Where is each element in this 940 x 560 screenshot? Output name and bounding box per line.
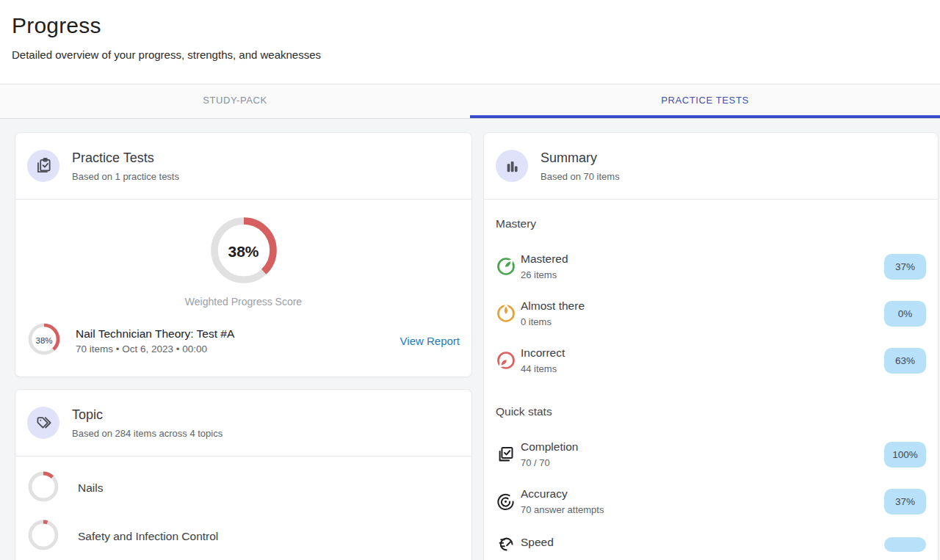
stat-text: Accuracy 70 answer attempts bbox=[521, 487, 884, 515]
topic-card-header: Topic Based on 284 items across 4 topics bbox=[15, 390, 471, 456]
tabbar: STUDY-PACK PRACTICE TESTS bbox=[0, 84, 940, 119]
stat-badge: 63% bbox=[884, 348, 926, 374]
stat-text: Speed bbox=[521, 536, 884, 553]
page-subtitle: Detailed overview of your progress, stre… bbox=[12, 48, 928, 61]
stat-sub: 70 answer attempts bbox=[521, 504, 884, 515]
summary-card-titles: Summary Based on 70 items bbox=[540, 150, 620, 182]
topic-name: Nails bbox=[78, 481, 103, 495]
topic-card-titles: Topic Based on 284 items across 4 topics bbox=[72, 407, 223, 439]
stat-badge: 37% bbox=[884, 254, 926, 280]
topic-name: Safety and Infection Control bbox=[78, 530, 218, 543]
test-donut-value: 38% bbox=[27, 322, 61, 359]
page-header: Progress Detailed overview of your progr… bbox=[0, 0, 940, 84]
weighted-progress-block: 38% Weighted Progress Score bbox=[15, 200, 471, 310]
bar-chart-icon bbox=[496, 150, 528, 182]
topic-list: Nails Safety and Infection Control bbox=[15, 457, 471, 560]
content-area: Practice Tests Based on 1 practice tests… bbox=[0, 119, 940, 560]
practice-tests-card: Practice Tests Based on 1 practice tests… bbox=[15, 132, 472, 377]
tags-icon bbox=[27, 407, 59, 439]
test-info: Nail Technician Theory: Test #A 70 items… bbox=[76, 327, 386, 354]
card-subtitle: Based on 70 items bbox=[540, 171, 620, 182]
summary-card-header: Summary Based on 70 items bbox=[484, 133, 938, 199]
quick-stats-row-completion: Completion 70 / 70 100% bbox=[496, 440, 926, 468]
checkbox-check-icon bbox=[496, 445, 521, 465]
quick-stats-row-speed: Speed bbox=[496, 534, 926, 554]
summary-card: Summary Based on 70 items Mastery Master bbox=[483, 132, 939, 560]
progress-donut-caption: Weighted Progress Score bbox=[27, 296, 460, 308]
mastery-heading: Mastery bbox=[496, 217, 926, 230]
stat-label: Completion bbox=[521, 440, 884, 454]
gauge-orange-icon bbox=[496, 303, 521, 324]
stat-badge: 0% bbox=[884, 301, 926, 327]
test-meta: 70 items • Oct 6, 2023 • 00:00 bbox=[76, 343, 386, 354]
stat-badge: 37% bbox=[884, 489, 926, 514]
quick-stats-row-accuracy: Accuracy 70 answer attempts 37% bbox=[496, 487, 926, 515]
mastery-section: Mastery Mastered 26 items 37% bbox=[484, 200, 938, 554]
tab-practice-tests[interactable]: PRACTICE TESTS bbox=[470, 84, 940, 118]
stat-sub: 70 / 70 bbox=[521, 457, 884, 468]
stat-label: Accuracy bbox=[521, 487, 884, 501]
gauge-green-icon bbox=[496, 256, 521, 277]
card-title: Summary bbox=[540, 150, 620, 166]
card-title: Practice Tests bbox=[72, 150, 179, 166]
practice-test-row: 38% Nail Technician Theory: Test #A 70 i… bbox=[15, 310, 471, 377]
card-subtitle: Based on 1 practice tests bbox=[72, 171, 179, 182]
gauge-red-icon bbox=[496, 350, 521, 371]
stat-badge: 100% bbox=[884, 442, 926, 468]
progress-donut-chart: 38% bbox=[208, 214, 280, 289]
stat-label: Almost there bbox=[521, 299, 884, 313]
view-report-link[interactable]: View Report bbox=[400, 335, 460, 347]
practice-tests-card-titles: Practice Tests Based on 1 practice tests bbox=[72, 150, 179, 182]
test-donut-chart: 38% bbox=[27, 322, 61, 359]
stat-text: Mastered 26 items bbox=[521, 252, 884, 280]
card-subtitle: Based on 284 items across 4 topics bbox=[72, 428, 223, 439]
topic-row: Nails bbox=[27, 464, 460, 512]
tab-study-pack[interactable]: STUDY-PACK bbox=[0, 84, 470, 118]
stat-label: Speed bbox=[521, 536, 884, 549]
topic-donut-chart bbox=[27, 519, 59, 554]
card-title: Topic bbox=[72, 407, 223, 423]
stat-text: Incorrect 44 items bbox=[521, 346, 884, 374]
topic-row: Safety and Infection Control bbox=[27, 512, 460, 560]
speedometer-icon bbox=[496, 534, 521, 554]
stat-text: Almost there 0 items bbox=[521, 299, 884, 327]
topic-donut-chart bbox=[27, 470, 59, 506]
stat-label: Mastered bbox=[521, 252, 884, 266]
clipboard-check-icon bbox=[27, 150, 59, 182]
quick-stats-heading: Quick stats bbox=[496, 405, 926, 418]
stat-label: Incorrect bbox=[521, 346, 884, 360]
topic-card: Topic Based on 284 items across 4 topics… bbox=[15, 389, 472, 560]
progress-donut-value: 38% bbox=[208, 214, 280, 289]
target-spiral-icon bbox=[496, 492, 521, 512]
mastery-row-incorrect: Incorrect 44 items 63% bbox=[496, 346, 926, 374]
left-column: Practice Tests Based on 1 practice tests… bbox=[15, 132, 472, 560]
page-title: Progress bbox=[12, 13, 928, 38]
stat-sub: 26 items bbox=[521, 269, 884, 280]
stat-text: Completion 70 / 70 bbox=[521, 440, 884, 468]
right-column: Summary Based on 70 items Mastery Master bbox=[483, 132, 939, 560]
mastery-row-mastered: Mastered 26 items 37% bbox=[496, 252, 926, 280]
stat-sub: 0 items bbox=[521, 316, 884, 327]
practice-tests-card-header: Practice Tests Based on 1 practice tests bbox=[15, 133, 471, 199]
stat-badge bbox=[884, 537, 926, 552]
mastery-row-almost-there: Almost there 0 items 0% bbox=[496, 299, 926, 327]
test-name: Nail Technician Theory: Test #A bbox=[76, 327, 386, 341]
stat-sub: 44 items bbox=[521, 363, 884, 374]
